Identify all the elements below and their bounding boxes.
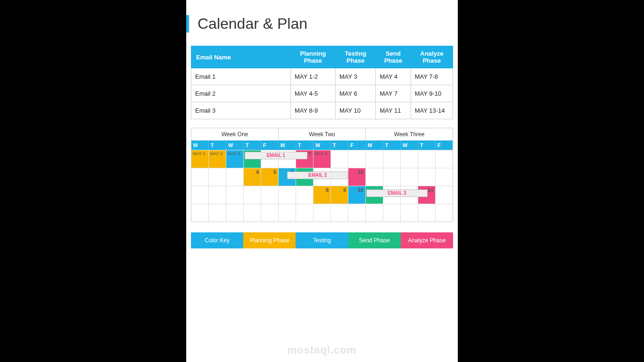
legend-send: Send Phase [348, 232, 401, 248]
gantt-grid: MAY 1 MAY 2 MAY 3 4 7 MAY 8 EMAIL 1 [191, 150, 453, 222]
phases-table: Email Name Planning Phase Testing Phase … [191, 46, 453, 119]
gantt-cell: 4 [244, 168, 261, 186]
gantt-cell [418, 150, 436, 168]
col-testing: Testing Phase [335, 46, 375, 68]
dow-cell: W [226, 140, 244, 150]
cell-send: MAY 11 [376, 102, 411, 119]
watermark: mostaql.com [288, 344, 357, 356]
table-row: Email 1 MAY 1-2 MAY 3 MAY 4 MAY 7-8 [191, 68, 453, 85]
gantt-cell [226, 204, 244, 222]
cell-testing: MAY 10 [335, 102, 375, 119]
table-row: Email 2 MAY 4-5 MAY 6 MAY 7 MAY 9-10 [191, 85, 453, 102]
gantt-cell [261, 186, 279, 204]
gantt-cell [348, 204, 366, 222]
gantt-cell [296, 204, 314, 222]
gantt-chart: Week One Week Two Week Three M T W T F M… [191, 128, 453, 222]
table-row: Email 3 MAY 8-9 MAY 10 MAY 11 MAY 13-14 [191, 102, 453, 119]
gantt-cell [191, 186, 209, 204]
col-analyze: Analyze Phase [411, 46, 453, 68]
gantt-cell [436, 186, 453, 204]
gantt-cell: 10 [348, 186, 366, 204]
week-label: Week Two [279, 128, 366, 140]
gantt-cell [331, 150, 348, 168]
gantt-cell [209, 186, 226, 204]
cell-analyze: MAY 7-8 [411, 68, 453, 85]
title-block: Calendar & Plan [186, 15, 453, 33]
gantt-cell [244, 186, 261, 204]
gantt-dow-header: M T W T F M T W T F M T W T F [191, 140, 453, 150]
gantt-cell: MAY 2 [209, 150, 226, 168]
col-planning: Planning Phase [290, 46, 335, 68]
dow-cell: T [331, 140, 348, 150]
gantt-cell [314, 204, 331, 222]
gantt-cell [383, 168, 401, 186]
gantt-cell [366, 150, 383, 168]
gantt-bar-email2: EMAIL 2 [287, 172, 348, 179]
gantt-cell [279, 204, 296, 222]
week-label: Week Three [366, 128, 453, 140]
gantt-row-empty [191, 204, 453, 222]
cell-analyze: MAY 9-10 [411, 85, 453, 102]
gantt-cell [209, 204, 226, 222]
document-page: Calendar & Plan Email Name Planning Phas… [186, 0, 458, 362]
dow-cell: W [401, 140, 418, 150]
gantt-cell: MAY 8 [314, 150, 331, 168]
gantt-cell [279, 186, 296, 204]
legend-testing: Testing [296, 232, 348, 248]
gantt-cell [436, 168, 453, 186]
gantt-cell [366, 204, 383, 222]
gantt-cell [418, 168, 436, 186]
gantt-cell: 9 [331, 186, 348, 204]
gantt-cell [226, 168, 244, 186]
dow-cell: T [209, 140, 226, 150]
page-title: Calendar & Plan [198, 15, 453, 33]
cell-send: MAY 7 [376, 85, 411, 102]
cell-send: MAY 4 [376, 68, 411, 85]
gantt-cell [191, 204, 209, 222]
gantt-cell: 5 [261, 168, 279, 186]
gantt-cell [401, 150, 418, 168]
gantt-cell [366, 168, 383, 186]
gantt-cell [401, 204, 418, 222]
legend-key: Color Key [191, 232, 243, 248]
gantt-bar-email1: EMAIL 1 [245, 152, 307, 159]
gantt-cell [348, 150, 366, 168]
gantt-cell [191, 168, 209, 186]
cell-name: Email 1 [191, 68, 291, 85]
dow-cell: T [383, 140, 401, 150]
cell-planning: MAY 1-2 [290, 68, 335, 85]
col-email-name: Email Name [191, 46, 291, 68]
gantt-cell [209, 168, 226, 186]
gantt-cell: MAY 1 [191, 150, 209, 168]
dow-cell: F [436, 140, 453, 150]
gantt-cell [296, 186, 314, 204]
cell-analyze: MAY 13-14 [411, 102, 453, 119]
gantt-cell [401, 168, 418, 186]
gantt-cell [331, 204, 348, 222]
gantt-cell [261, 204, 279, 222]
gantt-week-header: Week One Week Two Week Three [191, 128, 453, 140]
gantt-cell [418, 204, 436, 222]
dow-cell: W [314, 140, 331, 150]
gantt-cell [436, 150, 453, 168]
gantt-cell: 10 [348, 168, 366, 186]
week-label: Week One [191, 128, 279, 140]
cell-name: Email 3 [191, 102, 291, 119]
cell-planning: MAY 4-5 [290, 85, 335, 102]
cell-testing: MAY 3 [335, 68, 375, 85]
dow-cell: F [348, 140, 366, 150]
gantt-cell [244, 204, 261, 222]
color-legend: Color Key Planning Phase Testing Send Ph… [191, 232, 453, 248]
dow-cell: M [191, 140, 209, 150]
gantt-cell: MAY 3 [226, 150, 244, 168]
gantt-bar-email3: EMAIL 3 [366, 189, 427, 197]
legend-analyze: Analyze Phase [401, 232, 453, 248]
cell-testing: MAY 6 [335, 85, 375, 102]
col-send: Send Phase [376, 46, 411, 68]
legend-planning: Planning Phase [243, 232, 296, 248]
dow-cell: T [296, 140, 314, 150]
gantt-cell [383, 150, 401, 168]
dow-cell: F [261, 140, 279, 150]
dow-cell: M [366, 140, 383, 150]
gantt-row-email1: MAY 1 MAY 2 MAY 3 4 7 MAY 8 [191, 150, 453, 168]
